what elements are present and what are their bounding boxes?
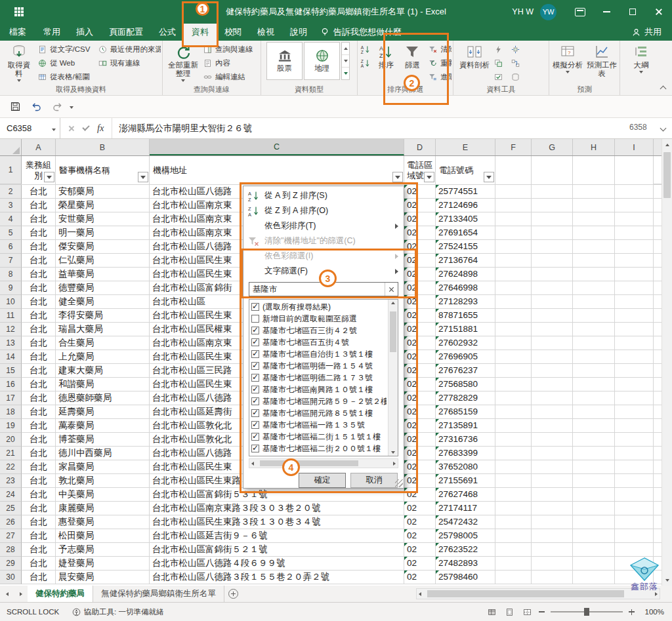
cell-A26[interactable]: 台北 <box>22 515 56 529</box>
cell-H3[interactable] <box>573 199 615 212</box>
select-all-corner[interactable] <box>0 139 22 155</box>
row-header-9[interactable]: 9 <box>0 281 22 295</box>
page-break-view-button[interactable] <box>521 606 533 618</box>
cell-E7[interactable]: 27136764 <box>436 254 495 268</box>
cell-I23[interactable] <box>615 474 654 488</box>
checkbox-unchecked[interactable] <box>251 315 259 323</box>
cell-H5[interactable] <box>573 226 615 240</box>
ribbon-display-options-button[interactable] <box>567 0 593 24</box>
cell-D14[interactable]: 02 <box>404 350 436 364</box>
cell-H30[interactable] <box>573 571 615 584</box>
sheet-nav-left-icon[interactable] <box>0 586 14 602</box>
cell-C30[interactable]: 台北市松山區八德路３段１５５巷２０弄２號 <box>150 571 404 584</box>
filter-list-item[interactable]: 基隆市七堵區明德二路１７３號 <box>251 372 387 384</box>
cell-B18[interactable]: 延壽藥局 <box>56 405 150 419</box>
ribbon-tab-插入[interactable]: 插入 <box>68 24 101 41</box>
cell-B13[interactable]: 合生藥局 <box>56 336 150 350</box>
minimize-button[interactable] <box>593 0 620 24</box>
cell-I9[interactable] <box>615 281 654 295</box>
cell-E4[interactable]: 27133405 <box>436 212 495 226</box>
cancel-entry-icon[interactable] <box>68 125 75 132</box>
user-avatar[interactable]: YW <box>540 4 556 20</box>
expand-formula-bar-icon[interactable] <box>654 118 672 138</box>
cell-A23[interactable]: 台北 <box>22 474 56 488</box>
sheet-nav-right-icon[interactable] <box>14 586 28 602</box>
cell-H23[interactable] <box>573 474 615 488</box>
checkbox-checked[interactable] <box>251 350 259 358</box>
cell-H20[interactable] <box>573 433 615 447</box>
cell-H8[interactable] <box>573 268 615 281</box>
cell-G30[interactable] <box>532 571 573 584</box>
filter-list-item[interactable]: 基隆市七堵區自治街１３號１樓 <box>251 348 387 360</box>
page-layout-view-button[interactable] <box>503 606 515 618</box>
cell-F28[interactable] <box>495 543 532 557</box>
cell-B17[interactable]: 德恩藥師藥局 <box>56 391 150 405</box>
row-header-20[interactable]: 20 <box>0 433 22 447</box>
name-box[interactable]: C6358 <box>0 118 60 138</box>
filter-value-list[interactable]: (選取所有搜尋結果)新增目前的選取範圍至篩選基隆市七堵區百三街４２號基隆市七堵區… <box>249 299 398 456</box>
filter-list-item[interactable]: (選取所有搜尋結果) <box>251 301 387 313</box>
cell-I12[interactable] <box>615 323 654 336</box>
cell-C29[interactable]: 台北市松山區八德路４段６９９號 <box>150 557 404 571</box>
cell-F23[interactable] <box>495 474 532 488</box>
cell-F12[interactable] <box>495 323 532 336</box>
ribbon-tab-頁面配置[interactable]: 頁面配置 <box>101 24 151 41</box>
header-cell-d1[interactable]: 電話區域號碼 <box>404 156 436 184</box>
cell-E21[interactable]: 27683399 <box>436 447 495 460</box>
checkbox-checked[interactable] <box>251 327 259 334</box>
sort-button[interactable]: AZ 排序 <box>373 42 398 84</box>
properties-button[interactable]: 內容 <box>201 56 259 70</box>
cell-F26[interactable] <box>495 515 532 529</box>
cell-E16[interactable]: 27568580 <box>436 378 495 391</box>
cell-B2[interactable]: 安郁藥局 <box>56 185 150 199</box>
cell-G15[interactable] <box>532 364 573 378</box>
cell-A7[interactable]: 台北 <box>22 254 56 268</box>
cell-B26[interactable]: 惠登藥局 <box>56 515 150 529</box>
flash-fill-button[interactable] <box>492 43 509 56</box>
cell-H27[interactable] <box>573 529 615 543</box>
cell-H17[interactable] <box>573 391 615 405</box>
checkbox-checked[interactable] <box>251 362 259 370</box>
cell-B20[interactable]: 博荃藥局 <box>56 433 150 447</box>
cell-E15[interactable]: 27676237 <box>436 364 495 378</box>
cell-F15[interactable] <box>495 364 532 378</box>
cell-A28[interactable]: 台北 <box>22 543 56 557</box>
cell-F4[interactable] <box>495 212 532 226</box>
cell-F24[interactable] <box>495 488 532 502</box>
cell-D25[interactable]: 02 <box>404 502 436 515</box>
cell-I18[interactable] <box>615 405 654 419</box>
cell-G11[interactable] <box>532 309 573 323</box>
cell-E13[interactable]: 27602932 <box>436 336 495 350</box>
data-types-gallery-scroll[interactable] <box>341 42 350 80</box>
cell-H6[interactable] <box>573 240 615 254</box>
cell-E10[interactable]: 27128293 <box>436 295 495 309</box>
cell-F11[interactable] <box>495 309 532 323</box>
row-header-7[interactable]: 7 <box>0 254 22 268</box>
ribbon-tab-公式[interactable]: 公式 <box>151 24 184 41</box>
horizontal-scroll-thumb[interactable] <box>427 590 624 597</box>
cell-B7[interactable]: 仁弘藥局 <box>56 254 150 268</box>
cell-G21[interactable] <box>532 447 573 460</box>
filter-list-item[interactable]: 基隆市七堵區開元路５９－２號２樓 <box>251 395 387 407</box>
cell-C28[interactable]: 台北市松山區富錦街５２１號 <box>150 543 404 557</box>
cell-D27[interactable]: 02 <box>404 529 436 543</box>
filter-dropdown-button-b[interactable] <box>138 172 148 182</box>
cell-H15[interactable] <box>573 364 615 378</box>
row-header-16[interactable]: 16 <box>0 378 22 391</box>
cell-A16[interactable]: 台北 <box>22 378 56 391</box>
cell-A5[interactable]: 台北 <box>22 226 56 240</box>
from-web-button[interactable]: 從 Web <box>35 56 96 70</box>
ribbon-tab-資料[interactable]: 資料 <box>184 24 217 41</box>
cell-D13[interactable]: 02 <box>404 336 436 350</box>
cell-E11[interactable]: 87871655 <box>436 309 495 323</box>
sort-ascending-button[interactable]: AZ <box>359 43 373 56</box>
cell-H14[interactable] <box>573 350 615 364</box>
cell-B24[interactable]: 中美藥局 <box>56 488 150 502</box>
cell-G16[interactable] <box>532 378 573 391</box>
checkbox-checked[interactable] <box>251 433 259 441</box>
column-header-E[interactable]: E <box>436 139 495 155</box>
clear-filter-button[interactable]: 清除 <box>426 43 452 56</box>
scroll-right-icon[interactable] <box>393 462 396 466</box>
cell-G10[interactable] <box>532 295 573 309</box>
cell-A25[interactable]: 台北 <box>22 502 56 515</box>
